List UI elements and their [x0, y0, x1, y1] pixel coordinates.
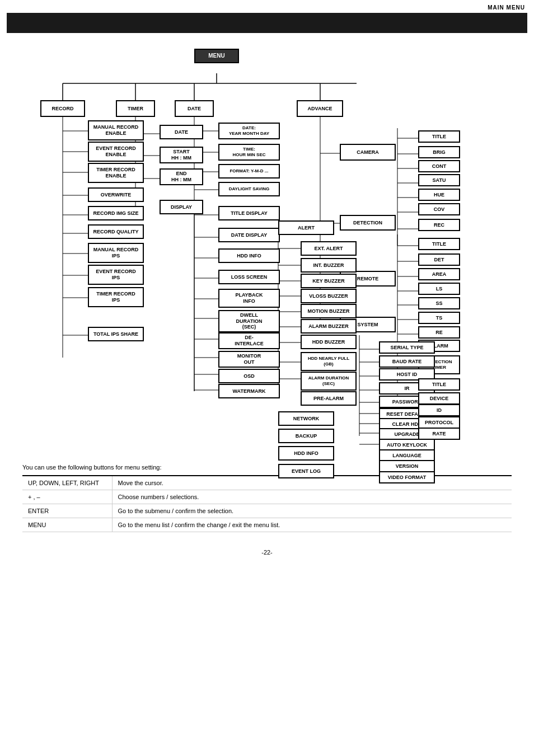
record-quality-box: RECORD QUALITY	[88, 224, 144, 239]
bottom-section: You can use the following buttons for me…	[0, 453, 534, 543]
cam-cov-box: COV	[418, 203, 460, 215]
display-box: DISPLAY	[160, 200, 203, 214]
event-record-enable-box: EVENT RECORD ENABLE	[88, 142, 144, 162]
intro-text: You can use the following buttons for me…	[22, 464, 512, 471]
title-display-box: TITLE DISPLAY	[218, 206, 280, 220]
key-cell: + , –	[22, 490, 112, 504]
time-hms-box: TIME: HOUR MIN SEC	[218, 144, 280, 161]
backup-box: BACKUP	[278, 429, 334, 443]
alert-box: ALERT	[278, 220, 334, 235]
det-title-box: TITLE	[418, 238, 460, 250]
rem-rate-box: RATE	[418, 428, 460, 440]
alarm-duration-box: ALARM DURATION (SEC)	[301, 372, 357, 391]
key-cell: UP, DOWN, LEFT, RIGHT	[22, 476, 112, 490]
osd-box: OSD	[218, 369, 280, 383]
baud-rate-box: BAUD RATE	[379, 355, 435, 368]
key-table-body: UP, DOWN, LEFT, RIGHT Move the cursor. +…	[22, 476, 512, 532]
monitor-out-box: MONITOR OUT	[218, 351, 280, 368]
video-format-box: VIDEO FORMAT	[379, 471, 435, 483]
pre-alarm-box: PRE-ALARM	[301, 391, 357, 406]
network-box: NETWORK	[278, 411, 334, 426]
menu-box: MENU	[194, 49, 239, 63]
det-ls-box: LS	[418, 283, 460, 295]
event-record-ips-box: EVENT RECORD IPS	[88, 265, 144, 285]
version-box: VERSION	[379, 460, 435, 472]
daylight-box: DAYLIGHT SAVING	[218, 182, 280, 196]
cam-title-box: TITLE	[418, 130, 460, 143]
table-row: UP, DOWN, LEFT, RIGHT Move the cursor.	[22, 476, 512, 490]
rem-id-box: ID	[418, 404, 460, 416]
main-menu-label: MAIN MENU	[488, 4, 525, 11]
hdd-buzzer-box: HDD BUZZER	[301, 335, 357, 349]
hdd-info-box: HDD INFO	[278, 446, 334, 461]
playback-info-box: PLAYBACK INFO	[218, 289, 280, 308]
record-box: RECORD	[40, 100, 85, 117]
key-buzzer-box: KEY BUZZER	[301, 274, 357, 288]
dwell-duration-box: DWELL DURATION (SEC)	[218, 310, 280, 332]
date-box: DATE	[175, 100, 214, 117]
event-log-box: EVENT LOG	[278, 464, 334, 478]
cam-cont-box: CONT	[418, 160, 460, 172]
manual-record-ips-box: MANUAL RECORD IPS	[88, 243, 144, 263]
camera-box: CAMERA	[340, 144, 396, 161]
date-display-box: DATE DISPLAY	[218, 228, 280, 242]
de-interlace-box: DE- INTERLACE	[218, 332, 280, 349]
table-row: MENU Go to the menu list / confirm the c…	[22, 518, 512, 532]
vloss-buzzer-box: VLOSS BUZZER	[301, 289, 357, 303]
start-box: START HH : MM	[160, 147, 203, 163]
det-re-box: RE	[418, 326, 460, 339]
cam-rec-box: REC	[418, 219, 460, 231]
motion-buzzer-box: MOTION BUZZER	[301, 304, 357, 318]
loss-screen-box: LOSS SCREEN	[218, 270, 280, 284]
rem-title-box: TITLE	[418, 378, 460, 391]
key-table: UP, DOWN, LEFT, RIGHT Move the cursor. +…	[22, 475, 512, 532]
watermark-box: WATERMARK	[218, 384, 280, 398]
diagram-container: MENU RECORD TIMER DATE ADVANCE CAMERA DE…	[10, 44, 524, 447]
cam-brig-box: BRIG	[418, 146, 460, 158]
hdd-nearly-full-box: HDD NEARLY FULL (GB)	[301, 352, 357, 371]
det-ss-box: SS	[418, 297, 460, 309]
page-header: MAIN MENU	[0, 0, 534, 13]
overwrite-box: OVERWRITE	[88, 187, 144, 202]
cam-hue-box: HUE	[418, 189, 460, 201]
table-row: ENTER Go to the submenu / confirm the se…	[22, 504, 512, 518]
det-det-box: DET	[418, 253, 460, 266]
timer-box: TIMER	[116, 100, 155, 117]
serial-type-box: SERIAL TYPE	[379, 341, 435, 354]
desc-cell: Choose numbers / selections.	[112, 490, 512, 504]
table-row: + , – Choose numbers / selections.	[22, 490, 512, 504]
end-box: END HH : MM	[160, 168, 203, 185]
det-ts-box: TS	[418, 312, 460, 324]
key-cell: MENU	[22, 518, 112, 532]
int-buzzer-box: INT. BUZZER	[301, 258, 357, 273]
desc-cell: Go to the menu list / confirm the change…	[112, 518, 512, 532]
desc-cell: Go to the submenu / confirm the selectio…	[112, 504, 512, 518]
t-date-box: DATE	[160, 125, 203, 139]
advance-box: ADVANCE	[297, 100, 343, 117]
rem-protocol-box: PROTOCOL	[418, 416, 460, 429]
record-img-size-box: RECORD IMG SIZE	[88, 206, 144, 220]
diagram-area: MENU RECORD TIMER DATE ADVANCE CAMERA DE…	[0, 33, 534, 453]
timer-record-ips-box: TIMER RECORD IPS	[88, 287, 144, 307]
det-area-box: AREA	[418, 268, 460, 280]
format-box: FORMAT: Y-M-D ...	[218, 164, 280, 179]
detection-box: DETECTION	[340, 215, 396, 231]
dark-banner	[7, 13, 527, 33]
rem-device-box: DEVICE	[418, 392, 460, 405]
ext-alert-box: EXT. ALERT	[301, 241, 357, 256]
total-ips-share-box: TOTAL IPS SHARE	[88, 327, 144, 341]
manual-record-enable-box: MANUAL RECORD ENABLE	[88, 120, 144, 140]
timer-record-enable-box: TIMER RECORD ENABLE	[88, 163, 144, 183]
hdd-info-d-box: HDD INFO	[218, 248, 280, 263]
date-ym-box: DATE: YEAR MONTH DAY	[218, 123, 280, 139]
page-number: -22-	[0, 543, 534, 561]
key-cell: ENTER	[22, 504, 112, 518]
alarm-buzzer-box: ALARM BUZZER	[301, 319, 357, 334]
cam-satu-box: SATU	[418, 174, 460, 186]
